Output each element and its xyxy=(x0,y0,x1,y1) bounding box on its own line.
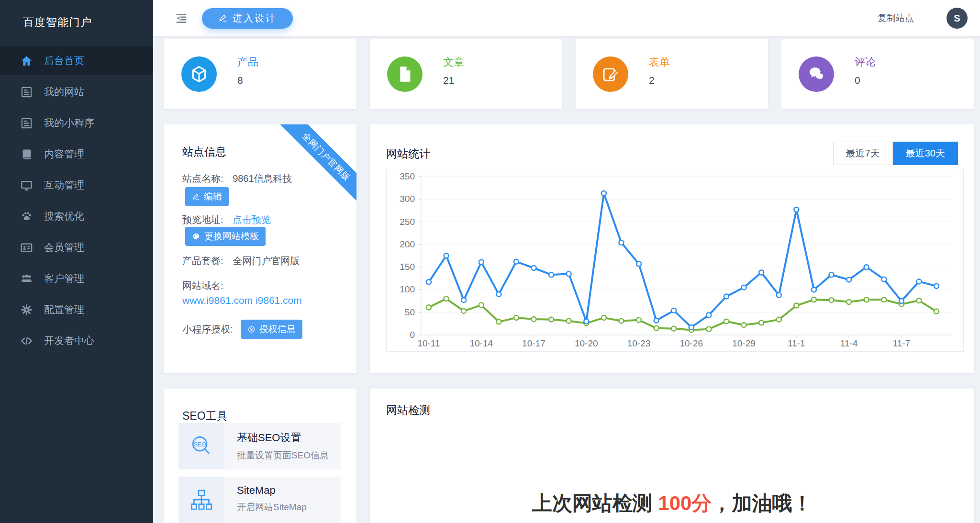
sidebar-item-label: 开发者中心 xyxy=(44,334,94,347)
package-label: 产品套餐: xyxy=(182,256,223,266)
svg-text:0: 0 xyxy=(410,330,415,340)
svg-text:10-23: 10-23 xyxy=(627,338,651,348)
stat-card-products[interactable]: 产品 8 xyxy=(164,39,356,109)
seo-sitemap-item[interactable]: SiteMap 开启网站SiteMap xyxy=(178,477,341,523)
change-template-button[interactable]: 更换网站模板 xyxy=(185,227,266,246)
seo-item-subtitle: 批量设置页面SEO信息 xyxy=(237,449,341,462)
book-icon xyxy=(20,148,33,161)
sidebar-item-seo[interactable]: 搜索优化 xyxy=(0,202,153,231)
seo-tools-panel: SEO工具 SEO 基础SEO设置 批量设置页面SEO信息 SiteMap 开启… xyxy=(164,389,356,523)
svg-text:10-20: 10-20 xyxy=(575,338,598,348)
svg-text:350: 350 xyxy=(400,171,415,181)
change-template-label: 更换网站模板 xyxy=(204,230,259,243)
site-info-panel: 全网门户官网版 站点信息 站点名称: 9861信息科技 编辑 预览地址: 点击预… xyxy=(164,124,356,373)
list-icon xyxy=(20,86,33,99)
svg-text:10-26: 10-26 xyxy=(679,338,703,348)
sidebar-item-my-miniprogram[interactable]: 我的小程序 xyxy=(0,109,153,137)
sidebar-item-interaction[interactable]: 互动管理 xyxy=(0,171,153,200)
svg-text:250: 250 xyxy=(400,217,415,227)
site-name-label: 站点名称: xyxy=(182,173,223,184)
miniprogram-auth-label: 小程序授权: xyxy=(182,323,233,336)
sidebar-item-label: 会员管理 xyxy=(44,241,84,254)
users-icon xyxy=(20,272,33,285)
sidebar-item-home[interactable]: 后台首页 xyxy=(0,46,153,75)
sidebar-item-label: 配置管理 xyxy=(44,303,84,316)
svg-text:SEO: SEO xyxy=(194,441,206,447)
seo-tools-title: SEO工具 xyxy=(182,409,228,423)
site-stats-title: 网站统计 xyxy=(386,146,430,161)
pencil-icon xyxy=(192,193,200,201)
palette-icon xyxy=(192,232,200,241)
site-stats-panel: 网站统计 最近7天 最近30天 05010015020025030035010-… xyxy=(370,124,974,373)
sidebar-item-customer[interactable]: 客户管理 xyxy=(0,264,153,293)
tab-last-30-days[interactable]: 最近30天 xyxy=(893,142,958,165)
site-info-title: 站点信息 xyxy=(182,145,226,159)
code-icon xyxy=(20,334,33,347)
auth-info-button[interactable]: 授权信息 xyxy=(241,320,302,339)
tab-last-7-days[interactable]: 最近7天 xyxy=(833,142,893,165)
seo-basic-settings-item[interactable]: SEO 基础SEO设置 批量设置页面SEO信息 xyxy=(178,423,341,469)
collapse-menu-icon[interactable] xyxy=(175,12,188,24)
enter-design-button[interactable]: 进入设计 xyxy=(202,8,293,29)
seo-item-title: SiteMap xyxy=(237,484,341,497)
sidebar-item-label: 我的网站 xyxy=(44,85,84,99)
site-check-panel: 网站检测 上次网站检测 100分，加油哦！ xyxy=(370,389,974,523)
gear-icon xyxy=(20,303,33,316)
stat-label: 评论 xyxy=(855,55,876,69)
sidebar: 百度智能门户 后台首页 我的网站 我的小程序 内容管理 互动管理 搜索优化 会员… xyxy=(0,0,153,523)
stat-value: 8 xyxy=(237,75,243,86)
edit-site-name-button[interactable]: 编辑 xyxy=(185,187,229,206)
seo-search-icon: SEO xyxy=(178,423,224,469)
copy-site-link[interactable]: 复制站点 xyxy=(878,12,914,24)
link-circle-icon xyxy=(247,325,256,334)
sidebar-item-content[interactable]: 内容管理 xyxy=(0,140,153,168)
preview-link[interactable]: 点击预览 xyxy=(233,214,271,225)
stat-card-articles[interactable]: 文章 21 xyxy=(370,39,562,109)
check-result-message: 上次网站检测 100分，加油哦！ xyxy=(370,490,974,517)
stats-chart: 05010015020025030035010-1110-1410-1710-2… xyxy=(386,169,964,352)
sidebar-item-label: 后台首页 xyxy=(44,54,84,67)
list-icon xyxy=(20,117,33,130)
paw-icon xyxy=(20,210,33,223)
check-message-prefix: 上次网站检测 xyxy=(532,492,658,514)
stat-card-forms[interactable]: 表单 2 xyxy=(576,39,768,109)
svg-text:11-7: 11-7 xyxy=(893,338,911,348)
svg-text:10-29: 10-29 xyxy=(732,338,756,348)
article-icon xyxy=(387,56,423,92)
sidebar-item-member[interactable]: 会员管理 xyxy=(0,233,153,262)
sidebar-item-label: 我的小程序 xyxy=(44,116,94,130)
svg-text:300: 300 xyxy=(400,194,415,204)
seo-item-subtitle: 开启网站SiteMap xyxy=(237,501,341,513)
home-icon xyxy=(20,55,33,67)
sidebar-item-my-website[interactable]: 我的网站 xyxy=(0,78,153,106)
stat-label: 文章 xyxy=(443,55,464,69)
cube-icon xyxy=(181,56,217,92)
sidebar-item-developer[interactable]: 开发者中心 xyxy=(0,326,153,355)
sitemap-icon xyxy=(178,477,224,523)
svg-text:10-17: 10-17 xyxy=(522,338,546,348)
stat-value: 2 xyxy=(649,75,655,86)
check-message-suffix: ，加油哦！ xyxy=(712,492,812,514)
stat-value: 0 xyxy=(855,75,860,86)
app-title: 百度智能门户 xyxy=(0,0,153,44)
edit-label: 编辑 xyxy=(204,190,222,203)
svg-text:10-14: 10-14 xyxy=(469,338,493,348)
package-ribbon: 全网门户官网版 xyxy=(277,124,356,206)
sidebar-item-label: 客户管理 xyxy=(44,272,84,285)
sidebar-item-config[interactable]: 配置管理 xyxy=(0,295,153,324)
preview-label: 预览地址: xyxy=(182,214,223,225)
seo-item-title: 基础SEO设置 xyxy=(237,431,341,445)
domain-links[interactable]: www.i9861.com i9861.com xyxy=(182,295,302,306)
form-icon xyxy=(593,56,628,92)
sidebar-item-label: 互动管理 xyxy=(44,178,84,192)
check-score: 100分 xyxy=(658,492,712,514)
id-card-icon xyxy=(20,241,33,254)
svg-text:11-4: 11-4 xyxy=(840,338,858,348)
svg-text:11-1: 11-1 xyxy=(788,338,805,348)
sidebar-item-label: 搜索优化 xyxy=(44,210,84,223)
avatar[interactable]: S xyxy=(947,8,968,29)
stat-card-comments[interactable]: 评论 0 xyxy=(781,39,974,109)
site-check-title: 网站检测 xyxy=(386,403,430,418)
svg-text:200: 200 xyxy=(400,239,415,249)
comments-icon xyxy=(799,56,834,92)
